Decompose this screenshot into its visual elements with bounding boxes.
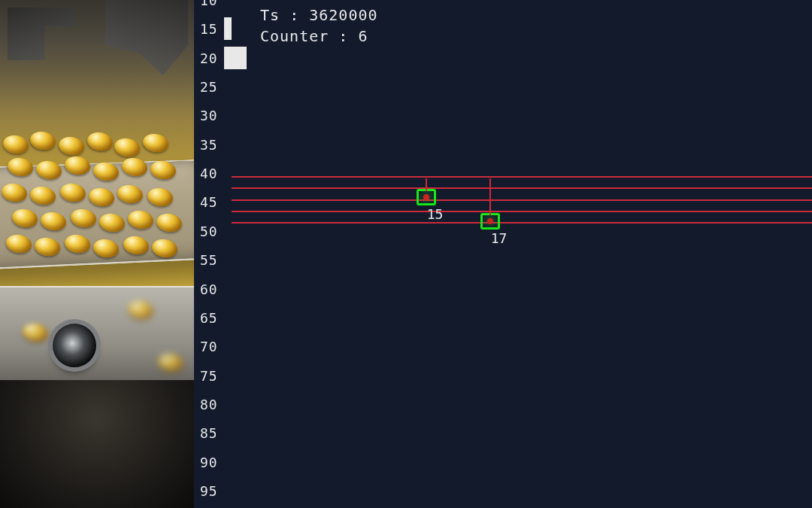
axis-tick: 55 [200, 252, 218, 268]
axis-tick: 70 [200, 339, 218, 354]
threshold-line [232, 211, 812, 212]
pill [86, 130, 114, 153]
threshold-line [232, 176, 812, 178]
axis-tick: 60 [200, 281, 218, 297]
axis-tick: 10 [200, 0, 218, 8]
axis-tick: 85 [200, 425, 218, 441]
threshold-line [232, 187, 812, 189]
detection-box [417, 189, 436, 205]
threshold-line [232, 222, 812, 224]
detection-label: 15 [427, 206, 444, 222]
detection-stem [426, 178, 427, 191]
histogram-bar [224, 17, 232, 40]
pill [141, 132, 170, 154]
axis-tick: 65 [200, 309, 218, 325]
axis-tick: 50 [200, 223, 218, 239]
axis-tick: 95 [200, 482, 218, 498]
axis-tick: 25 [200, 79, 218, 95]
axis-tick: 80 [200, 396, 218, 412]
detection-center [487, 218, 493, 224]
floor-shadow [0, 380, 194, 508]
axis-tick: 40 [200, 166, 218, 181]
axis-tick: 45 [200, 194, 218, 210]
detection-stem [489, 178, 491, 215]
pill [2, 133, 30, 156]
camera-feed [0, 0, 194, 508]
detection-center [423, 194, 429, 200]
pill [29, 129, 57, 152]
pill [57, 135, 86, 157]
axis-tick: 90 [200, 454, 218, 470]
axis-tick: 30 [200, 108, 218, 123]
axis-tick: 20 [200, 50, 218, 65]
axis-tick: 15 [200, 21, 218, 37]
app-root: 101520253035404550556065707580859095 Ts … [0, 0, 812, 508]
pill [113, 136, 141, 159]
plot-area: 1517 [232, 0, 812, 508]
visualization-panel: 101520253035404550556065707580859095 Ts … [194, 0, 812, 508]
threshold-line [232, 199, 812, 201]
axis-tick: 35 [200, 136, 218, 152]
axis-tick: 75 [200, 367, 218, 383]
detection-box [480, 213, 500, 230]
camera-lens-icon [53, 324, 96, 367]
detection-label: 17 [491, 230, 508, 246]
